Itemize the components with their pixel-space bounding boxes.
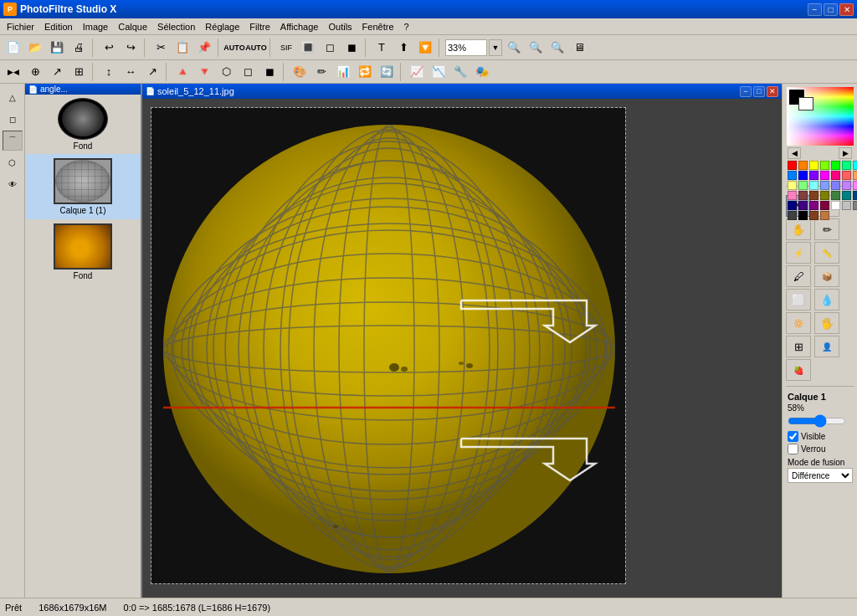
- menu-affichage[interactable]: Affichage: [275, 20, 324, 33]
- text-btn[interactable]: T: [372, 38, 392, 58]
- opacity-slider[interactable]: [788, 414, 846, 428]
- swatch-lightmagenta[interactable]: [853, 181, 857, 190]
- doc-minimize-btn[interactable]: −: [740, 86, 752, 97]
- tool-drop[interactable]: 💧: [814, 289, 839, 311]
- shape-btn[interactable]: ⬆: [393, 38, 413, 58]
- swatch-tan[interactable]: [820, 211, 829, 220]
- swatch-lightcyan[interactable]: [809, 181, 819, 190]
- filter1-btn[interactable]: SIF: [276, 38, 296, 58]
- left-poly-btn[interactable]: ⬡: [3, 152, 23, 172]
- undo-btn[interactable]: ↩: [99, 38, 119, 58]
- swatch-darkgreen[interactable]: [831, 191, 840, 200]
- swatch-lightpink[interactable]: [788, 191, 797, 200]
- tool-face[interactable]: 👤: [814, 336, 839, 357]
- swatch-gray[interactable]: [853, 201, 857, 210]
- t2-btn17[interactable]: 🔄: [377, 62, 397, 82]
- t2-btn15[interactable]: 📊: [333, 62, 353, 82]
- tool-magic[interactable]: ⚡: [786, 242, 811, 264]
- swatch-lime[interactable]: [820, 161, 829, 170]
- close-button[interactable]: ✕: [839, 3, 854, 16]
- t2-btn10[interactable]: ⬡: [216, 62, 236, 82]
- menu-help[interactable]: ?: [399, 20, 414, 33]
- swatch-purple[interactable]: [809, 171, 819, 180]
- maximize-button[interactable]: □: [824, 3, 838, 16]
- fit-btn[interactable]: 🔍: [547, 38, 567, 58]
- swatch-lavender[interactable]: [831, 181, 840, 190]
- left-lasso-btn[interactable]: ⌒: [3, 131, 23, 151]
- image-canvas[interactable]: [142, 99, 782, 598]
- swatch-darkteal[interactable]: [842, 191, 851, 200]
- doc-maximize-btn[interactable]: □: [753, 86, 765, 97]
- swatch-purple2[interactable]: [809, 201, 819, 210]
- menu-reglage[interactable]: Réglage: [200, 20, 244, 33]
- fill-btn[interactable]: 🔽: [415, 38, 435, 58]
- swatch-peach[interactable]: [853, 171, 857, 180]
- swatch-brown[interactable]: [809, 191, 819, 200]
- tool-eraser[interactable]: ⬜: [786, 289, 811, 311]
- swatch-darkgray[interactable]: [788, 211, 797, 220]
- swatch-blue[interactable]: [798, 171, 808, 180]
- swatch-green[interactable]: [831, 161, 840, 170]
- swatch-chocolate[interactable]: [809, 211, 819, 220]
- swatch-darkpink[interactable]: [820, 201, 829, 210]
- menu-edition[interactable]: Edition: [39, 20, 78, 33]
- swatch-darkred[interactable]: [798, 191, 808, 200]
- t2-btn18[interactable]: 📈: [407, 62, 427, 82]
- left-select-btn[interactable]: ◻: [3, 109, 23, 129]
- menu-selection[interactable]: Sélection: [152, 20, 200, 33]
- swatch-sky[interactable]: [788, 171, 797, 180]
- menu-image[interactable]: Image: [78, 20, 114, 33]
- t2-btn19[interactable]: 📉: [428, 62, 449, 82]
- swatch-cyan[interactable]: [853, 161, 857, 170]
- layer-item-0[interactable]: Calque 1 (1): [25, 154, 141, 219]
- t2-btn14[interactable]: ✏: [311, 62, 331, 82]
- t2-btn13[interactable]: 🎨: [290, 62, 310, 82]
- swatch-orange[interactable]: [798, 161, 808, 170]
- swatch-lightyellow[interactable]: [788, 181, 797, 190]
- redo-btn[interactable]: ↪: [121, 38, 141, 58]
- tool-fruit[interactable]: 🍓: [786, 359, 811, 381]
- tool-measure[interactable]: 📏: [814, 242, 839, 264]
- tool-smudge[interactable]: 🔆: [786, 312, 811, 334]
- screen-btn[interactable]: 🖥: [569, 38, 589, 58]
- left-gradient-btn[interactable]: △: [3, 87, 23, 107]
- swatch-lightgreen[interactable]: [798, 181, 808, 190]
- menu-calque[interactable]: Calque: [113, 20, 152, 33]
- tool-bucket[interactable]: 📦: [814, 265, 839, 287]
- swatch-magenta[interactable]: [820, 171, 829, 180]
- zoom-in-btn[interactable]: 🔍: [526, 38, 546, 58]
- visible-checkbox[interactable]: [788, 431, 798, 442]
- t2-btn6[interactable]: ↔: [121, 62, 141, 82]
- color-next-btn[interactable]: ▶: [839, 147, 852, 159]
- t2-btn4[interactable]: ⊞: [69, 62, 89, 82]
- swatch-pink[interactable]: [831, 171, 840, 180]
- swatch-silver[interactable]: [842, 201, 851, 210]
- tool-grid[interactable]: ⊞: [786, 336, 811, 357]
- tool-stamp[interactable]: 🖐: [814, 312, 839, 334]
- paste-btn[interactable]: 📌: [194, 38, 214, 58]
- swatch-olive[interactable]: [820, 191, 829, 200]
- left-eye-btn[interactable]: 👁: [3, 174, 23, 194]
- swatch-yellow[interactable]: [809, 161, 819, 170]
- filter3-btn[interactable]: ◻: [320, 38, 340, 58]
- new-file-btn[interactable]: 📄: [3, 38, 23, 58]
- open-file-btn[interactable]: 📂: [25, 38, 45, 58]
- cut-btn[interactable]: ✂: [151, 38, 171, 58]
- color-prev-btn[interactable]: ◀: [788, 147, 801, 159]
- t2-btn8[interactable]: 🔺: [172, 62, 192, 82]
- t2-btn5[interactable]: ↕: [99, 62, 119, 82]
- copy-btn[interactable]: 📋: [172, 38, 192, 58]
- swatch-lightred[interactable]: [842, 171, 851, 180]
- t2-btn2[interactable]: ⊕: [25, 62, 45, 82]
- zoom-out-btn[interactable]: 🔍: [504, 38, 524, 58]
- swatch-black[interactable]: [798, 211, 808, 220]
- t2-btn20[interactable]: 🔧: [450, 62, 470, 82]
- t2-btn11[interactable]: ◻: [238, 62, 258, 82]
- select-none-btn[interactable]: AUTO: [246, 38, 266, 58]
- filter4-btn[interactable]: ◼: [341, 38, 362, 58]
- swatch-red[interactable]: [788, 161, 797, 170]
- verrou-checkbox[interactable]: [788, 444, 798, 454]
- t2-btn9[interactable]: 🔻: [194, 62, 214, 82]
- swatch-navy[interactable]: [853, 191, 857, 200]
- layer-item-1[interactable]: Fond: [25, 219, 141, 285]
